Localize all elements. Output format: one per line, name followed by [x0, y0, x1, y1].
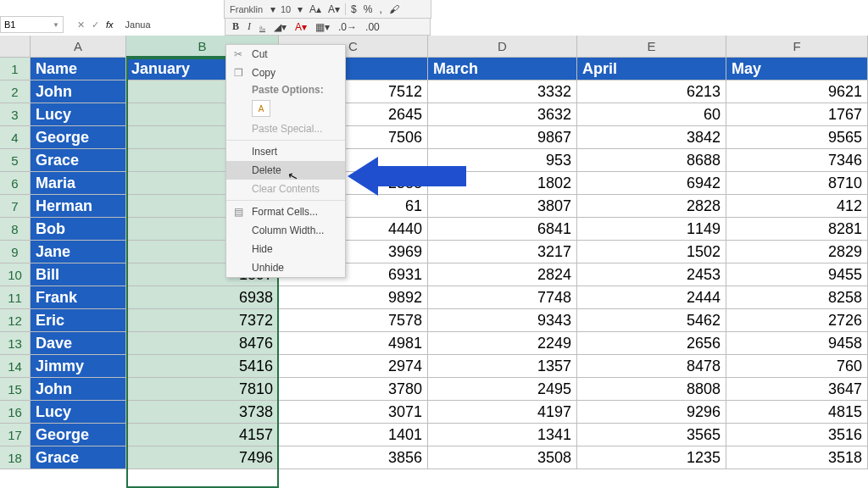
- row-header[interactable]: 16: [0, 401, 31, 424]
- data-cell[interactable]: 3780: [279, 378, 428, 401]
- data-cell[interactable]: 4157: [126, 424, 279, 446]
- data-cell[interactable]: 6938: [126, 286, 279, 309]
- row-header[interactable]: 8: [0, 218, 31, 241]
- row-header[interactable]: 3: [0, 103, 31, 126]
- increase-font-icon[interactable]: A▴: [308, 3, 323, 15]
- row-header[interactable]: 2: [0, 80, 31, 103]
- data-cell[interactable]: 3647: [726, 378, 868, 401]
- bold-button[interactable]: B: [231, 20, 241, 33]
- data-cell[interactable]: 7496: [126, 446, 279, 469]
- underline-button[interactable]: ⎁: [258, 21, 267, 33]
- data-cell[interactable]: 5462: [577, 309, 726, 332]
- column-header-A[interactable]: A: [31, 36, 126, 58]
- data-cell[interactable]: 2444: [577, 286, 726, 309]
- name-cell[interactable]: John: [31, 378, 126, 401]
- data-cell[interactable]: 6213: [577, 80, 726, 103]
- header-cell[interactable]: Name: [31, 58, 126, 80]
- column-header-D[interactable]: D: [428, 36, 577, 58]
- data-cell[interactable]: 760: [726, 355, 868, 378]
- name-cell[interactable]: Bill: [31, 263, 126, 286]
- data-cell[interactable]: 4815: [726, 401, 868, 424]
- data-cell[interactable]: 8710: [726, 172, 868, 195]
- data-cell[interactable]: 1341: [428, 424, 577, 446]
- format-painter-icon[interactable]: 🖌: [387, 3, 401, 15]
- name-cell[interactable]: George: [31, 424, 126, 446]
- name-cell[interactable]: Lucy: [31, 103, 126, 126]
- data-cell[interactable]: 9565: [726, 126, 868, 149]
- data-cell[interactable]: 9343: [428, 309, 577, 332]
- menu-unhide[interactable]: Unhide: [226, 258, 345, 277]
- data-cell[interactable]: 3508: [428, 446, 577, 469]
- name-box[interactable]: B1 ▼: [0, 16, 64, 33]
- paste-button[interactable]: A: [252, 100, 270, 117]
- data-cell[interactable]: 60: [577, 103, 726, 126]
- data-cell[interactable]: 7372: [126, 309, 279, 332]
- name-cell[interactable]: Frank: [31, 286, 126, 309]
- data-cell[interactable]: 953: [428, 149, 577, 172]
- name-cell[interactable]: Eric: [31, 309, 126, 332]
- header-cell[interactable]: April: [577, 58, 726, 80]
- row-header[interactable]: 10: [0, 263, 31, 286]
- data-cell[interactable]: 3856: [279, 446, 428, 469]
- fill-color-icon[interactable]: ◢▾: [272, 21, 288, 33]
- data-cell[interactable]: 3516: [726, 424, 868, 446]
- name-cell[interactable]: John: [31, 80, 126, 103]
- name-cell[interactable]: Dave: [31, 332, 126, 355]
- data-cell[interactable]: 5416: [126, 355, 279, 378]
- row-header[interactable]: 5: [0, 149, 31, 172]
- data-cell[interactable]: 8688: [577, 149, 726, 172]
- column-header-E[interactable]: E: [577, 36, 726, 58]
- header-cell[interactable]: May: [726, 58, 868, 80]
- row-header[interactable]: 1: [0, 58, 31, 80]
- data-cell[interactable]: 9455: [726, 263, 868, 286]
- data-cell[interactable]: 6841: [428, 218, 577, 241]
- spreadsheet-grid[interactable]: A B C D E F 1NameJanuaryryMarchAprilMay2…: [0, 36, 868, 469]
- data-cell[interactable]: 8808: [577, 378, 726, 401]
- italic-button[interactable]: I: [246, 20, 253, 33]
- enter-icon[interactable]: ✓: [92, 19, 99, 30]
- data-cell[interactable]: 3332: [428, 80, 577, 103]
- data-cell[interactable]: 3807: [428, 195, 577, 218]
- font-name[interactable]: Franklin: [230, 4, 265, 14]
- data-cell[interactable]: 1149: [577, 218, 726, 241]
- data-cell[interactable]: 1767: [726, 103, 868, 126]
- name-cell[interactable]: Bob: [31, 218, 126, 241]
- name-cell[interactable]: Jane: [31, 241, 126, 263]
- header-cell[interactable]: March: [428, 58, 577, 80]
- menu-column-width[interactable]: Column Width...: [226, 221, 345, 240]
- data-cell[interactable]: 412: [726, 195, 868, 218]
- row-header[interactable]: 9: [0, 241, 31, 263]
- row-header[interactable]: 17: [0, 424, 31, 446]
- row-header[interactable]: 12: [0, 309, 31, 332]
- data-cell[interactable]: 8258: [726, 286, 868, 309]
- data-cell[interactable]: 1401: [279, 424, 428, 446]
- menu-cut[interactable]: ✂ Cut: [226, 45, 345, 64]
- data-cell[interactable]: 3071: [279, 401, 428, 424]
- data-cell[interactable]: 7578: [279, 309, 428, 332]
- menu-paste-special[interactable]: Paste Special...: [226, 119, 345, 138]
- decimal-dec-icon[interactable]: .00: [364, 21, 381, 33]
- name-cell[interactable]: Grace: [31, 149, 126, 172]
- decrease-font-icon[interactable]: A▾: [326, 3, 342, 15]
- row-header[interactable]: 18: [0, 446, 31, 469]
- menu-delete[interactable]: Delete: [226, 161, 345, 180]
- data-cell[interactable]: 2656: [577, 332, 726, 355]
- select-all-corner[interactable]: [0, 36, 31, 58]
- data-cell[interactable]: 2453: [577, 263, 726, 286]
- data-cell[interactable]: 1235: [577, 446, 726, 469]
- menu-copy[interactable]: ❐ Copy: [226, 64, 345, 82]
- data-cell[interactable]: 8478: [577, 355, 726, 378]
- font-dropdown-icon[interactable]: ▾: [269, 3, 277, 15]
- data-cell[interactable]: 8281: [726, 218, 868, 241]
- borders-icon[interactable]: ▦▾: [314, 21, 331, 33]
- data-cell[interactable]: 2829: [726, 241, 868, 263]
- accounting-icon[interactable]: $: [349, 3, 359, 15]
- cancel-icon[interactable]: ✕: [77, 19, 85, 30]
- data-cell[interactable]: 4197: [428, 401, 577, 424]
- menu-insert[interactable]: Insert: [226, 142, 345, 161]
- row-header[interactable]: 15: [0, 378, 31, 401]
- data-cell[interactable]: 8476: [126, 332, 279, 355]
- font-color-icon[interactable]: A▾: [293, 21, 309, 33]
- data-cell[interactable]: 1502: [577, 241, 726, 263]
- data-cell[interactable]: 2974: [279, 355, 428, 378]
